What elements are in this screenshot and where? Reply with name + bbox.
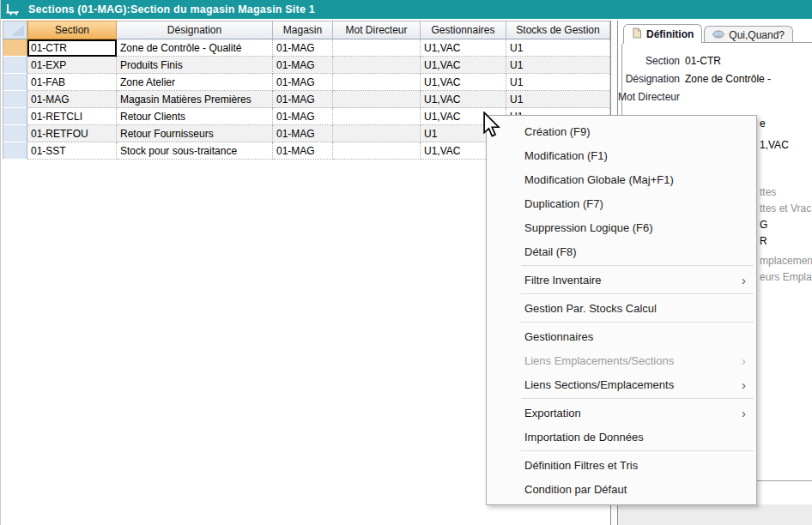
cell-mot-directeur[interactable] [333, 57, 421, 74]
menu-item-label: Duplication (F7) [524, 197, 603, 210]
panel-text-fragment: ttes [760, 186, 776, 198]
menu-item[interactable]: Liens Emplacements/Sections› [487, 348, 756, 372]
submenu-arrow-icon: › [742, 378, 746, 391]
field-label: Section [618, 55, 680, 67]
field-row: Section01-CTR [618, 54, 810, 68]
cell-section[interactable]: 01-EXP [27, 57, 117, 74]
menu-item[interactable]: Importation de Données [487, 425, 756, 449]
cell-designation[interactable]: Produits Finis [117, 57, 273, 74]
field-value[interactable]: 01-CTR [685, 55, 810, 67]
cell-magasin[interactable]: 01-MAG [273, 142, 333, 160]
cell-mot-directeur[interactable] [333, 125, 421, 142]
cell-section[interactable]: 01-SST [27, 142, 117, 160]
submenu-arrow-icon: › [742, 274, 746, 287]
row-selector[interactable] [3, 108, 27, 125]
cell-section[interactable]: 01-FAB [27, 74, 117, 91]
menu-item[interactable]: Liens Sections/Emplacements› [487, 372, 756, 396]
menu-item[interactable]: Définition Filtres et Tris [487, 453, 756, 477]
cell-gestionnaires[interactable]: U1,VAC [421, 57, 506, 74]
cell-stocks-de-gestion[interactable]: U1 [506, 74, 610, 91]
menu-item-label: Gestionnaires [524, 330, 593, 343]
cell-designation[interactable]: Zone de Contrôle - Qualité [117, 39, 273, 57]
cell-designation[interactable]: Magasin Matières Premières [117, 91, 273, 108]
field-label: Désignation [618, 73, 680, 85]
cell-magasin[interactable]: 01-MAG [273, 39, 333, 57]
tab-qui-quand[interactable]: Qui,Quand? [704, 26, 793, 43]
panel-text-fragment: ttes et Vrac [760, 202, 811, 214]
menu-item-label: Liens Emplacements/Sections [524, 354, 674, 367]
submenu-arrow-icon: › [742, 354, 746, 367]
menu-item[interactable]: Duplication (F7) [487, 191, 756, 215]
cell-stocks-de-gestion[interactable]: U1 [506, 91, 610, 108]
row-selector[interactable] [3, 39, 27, 57]
panel-text-fragment: mplacemen [760, 255, 812, 267]
select-all-corner[interactable] [3, 21, 27, 39]
table-row: 01-MAGMagasin Matières Premières01-MAGU1… [3, 91, 610, 108]
panel-text-fragment: 1,VAC [760, 139, 789, 151]
table-row: 01-EXPProduits Finis01-MAGU1,VACU1 [3, 57, 610, 74]
menu-item[interactable]: Modification Globale (Maj+F1) [487, 167, 756, 191]
cell-gestionnaires[interactable]: U1,VAC [421, 74, 506, 91]
panel-text-fragment: R [760, 235, 767, 247]
menu-item[interactable]: Exportation› [487, 401, 756, 425]
cell-mot-directeur[interactable] [333, 142, 421, 160]
menu-item[interactable]: Gestion Par. Stocks Calcul [487, 296, 756, 320]
cell-section[interactable]: 01-RETFOU [27, 125, 117, 142]
tab-label: Qui,Quand? [729, 29, 785, 41]
cell-magasin[interactable]: 01-MAG [273, 74, 333, 91]
menu-item[interactable]: Gestionnaires [487, 324, 756, 348]
cell-section[interactable]: 01-MAG [27, 91, 117, 108]
cell-section[interactable]: 01-RETCLI [27, 108, 117, 125]
menu-item[interactable]: Modification (F1) [487, 143, 756, 167]
menu-item[interactable]: Suppression Logique (F6) [487, 215, 756, 239]
cell-stocks-de-gestion[interactable]: U1 [506, 57, 610, 74]
panel-text-fragment: e [760, 118, 766, 130]
cell-magasin[interactable]: 01-MAG [273, 57, 333, 74]
menu-item[interactable]: Détail (F8) [487, 239, 756, 263]
field-row: DésignationZone de Contrôle - [618, 72, 810, 86]
column-header-section[interactable]: Section [27, 21, 117, 39]
cell-mot-directeur[interactable] [333, 74, 421, 91]
menu-item[interactable]: Filtre Inventaire› [487, 268, 756, 292]
row-selector[interactable] [3, 125, 27, 142]
row-selector[interactable] [3, 57, 27, 74]
context-menu: Création (F9)Modification (F1)Modificati… [486, 115, 757, 505]
cell-designation[interactable]: Retour Clients [117, 108, 273, 125]
cell-gestionnaires[interactable]: U1,VAC [421, 39, 506, 57]
menu-item-label: Importation de Données [524, 431, 644, 444]
cell-section[interactable]: 01-CTR [27, 39, 117, 57]
row-selector[interactable] [3, 142, 27, 160]
cell-stocks-de-gestion[interactable]: U1 [506, 39, 610, 57]
column-header-stocks-de-gestion[interactable]: Stocks de Gestion [506, 21, 610, 39]
column-header-gestionnaires[interactable]: Gestionnaires [421, 21, 506, 39]
column-header-mot-directeur[interactable]: Mot Directeur [333, 21, 421, 39]
menu-item[interactable]: Condition par Défaut [487, 477, 756, 501]
cell-designation[interactable]: Stock pour sous-traitance [117, 142, 273, 160]
menu-item-label: Détail (F8) [524, 245, 577, 258]
cell-mot-directeur[interactable] [333, 39, 421, 57]
column-header-designation[interactable]: Désignation [117, 21, 273, 39]
cell-magasin[interactable]: 01-MAG [273, 125, 333, 142]
field-value[interactable]: Zone de Contrôle - [685, 73, 810, 85]
cell-magasin[interactable]: 01-MAG [273, 91, 333, 108]
cell-magasin[interactable]: 01-MAG [273, 108, 333, 125]
title-bar: Sections (01-MAG):Section du magasin Mag… [1, 0, 812, 19]
menu-item-label: Définition Filtres et Tris [524, 459, 638, 472]
panel-bottom-strip [618, 504, 812, 525]
panel-tabs: DéfinitionQui,Quand? [623, 24, 795, 43]
panel-text-fragment: eurs Empla [760, 271, 812, 283]
column-header-magasin[interactable]: Magasin [273, 21, 333, 39]
cell-mot-directeur[interactable] [333, 108, 421, 125]
field-label: Mot Directeur [618, 91, 680, 103]
tab-definition[interactable]: Définition [623, 24, 702, 43]
row-selector[interactable] [3, 91, 27, 108]
cell-mot-directeur[interactable] [333, 91, 421, 108]
cell-designation[interactable]: Retour Fournisseurs [117, 125, 273, 142]
menu-item-label: Suppression Logique (F6) [524, 221, 653, 234]
cell-gestionnaires[interactable]: U1,VAC [421, 91, 506, 108]
menu-item[interactable]: Création (F9) [487, 119, 756, 143]
menu-separator [521, 450, 754, 451]
menu-separator [521, 293, 754, 294]
cell-designation[interactable]: Zone Atelier [117, 74, 273, 91]
row-selector[interactable] [3, 74, 27, 91]
